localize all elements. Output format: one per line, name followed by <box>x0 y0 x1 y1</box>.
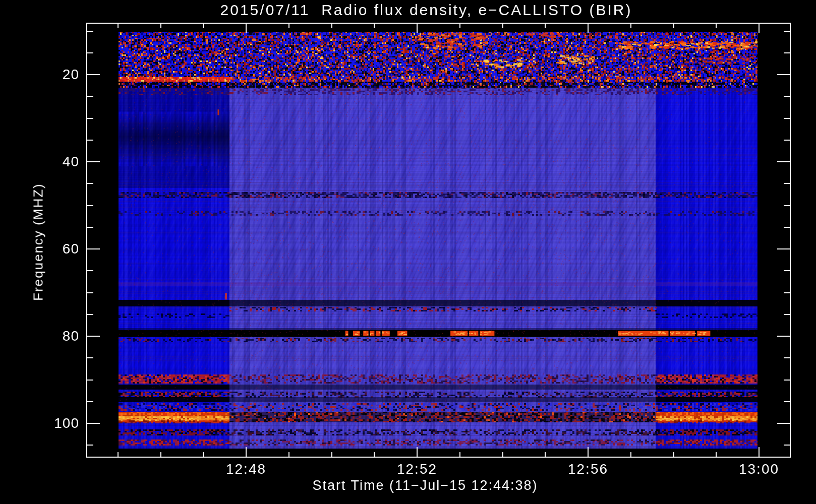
x-tick-label: 12:52 <box>397 461 437 477</box>
figure: 2015/07/11 Radio flux density, e−CALLIST… <box>0 0 816 504</box>
y-tick-label: 20 <box>63 67 79 83</box>
x-tick-label: 13:00 <box>739 461 779 477</box>
y-tick-label: 40 <box>63 154 79 170</box>
y-axis-label: Frequency (MHZ) <box>31 183 46 301</box>
chart-title: 2015/07/11 Radio flux density, e−CALLIST… <box>220 2 632 19</box>
x-tick-label: 12:48 <box>226 461 266 477</box>
x-axis-label: Start Time (11−Jul−15 12:44:38) <box>312 478 538 493</box>
y-tick-label: 60 <box>63 241 79 257</box>
spectrogram-canvas <box>0 0 816 504</box>
x-tick-label: 12:56 <box>568 461 608 477</box>
y-tick-label: 100 <box>54 415 79 431</box>
y-tick-label: 80 <box>63 328 79 344</box>
